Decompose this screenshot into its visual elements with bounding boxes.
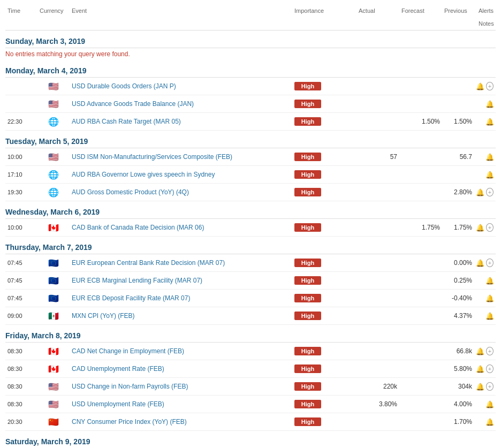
- event-alerts: 🔔+: [474, 187, 496, 198]
- add-note-button[interactable]: +: [486, 365, 494, 373]
- event-importance: High: [292, 222, 356, 233]
- event-importance: High: [292, 98, 356, 109]
- event-importance: High: [292, 310, 356, 321]
- event-alerts: 🔔: [474, 117, 496, 126]
- event-name[interactable]: MXN CPI (YoY) (FEB): [70, 311, 292, 321]
- column-headers: Time Currency Event Importance Actual Fo…: [5, 4, 496, 31]
- bell-icon[interactable]: 🔔: [486, 312, 494, 320]
- event-row: 08:30🇨🇦CAD Unemployment Rate (FEB)High5.…: [5, 360, 496, 378]
- event-name[interactable]: EUR European Central Bank Rate Decision …: [70, 258, 292, 268]
- event-row: 🇺🇸USD Durable Goods Orders (JAN P)High🔔+: [5, 78, 496, 95]
- event-flag: 🇺🇸: [37, 150, 70, 164]
- event-previous: [442, 85, 474, 87]
- event-time: 19:30: [5, 188, 37, 196]
- bell-icon[interactable]: 🔔: [486, 400, 494, 408]
- col-previous: Previous: [442, 6, 474, 28]
- event-actual: [356, 350, 399, 352]
- event-name[interactable]: CAD Net Change in Employment (FEB): [70, 346, 292, 356]
- event-name[interactable]: USD Advance Goods Trade Balance (JAN): [70, 99, 292, 109]
- event-importance: High: [292, 275, 356, 286]
- event-name[interactable]: AUD RBA Cash Rate Target (MAR 05): [70, 117, 292, 126]
- event-name[interactable]: CAD Unemployment Rate (FEB): [70, 364, 292, 374]
- bell-icon[interactable]: 🔔: [486, 277, 494, 284]
- event-previous: 1.70%: [442, 417, 474, 427]
- event-name[interactable]: EUR ECB Deposit Facility Rate (MAR 07): [70, 293, 292, 303]
- add-note-button[interactable]: +: [486, 259, 494, 267]
- bell-icon[interactable]: 🔔: [486, 118, 494, 125]
- no-entries-0: No entries matching your query were foun…: [5, 48, 496, 60]
- add-note-button[interactable]: +: [486, 188, 494, 196]
- event-actual: [356, 120, 399, 123]
- event-row: 08:30🇺🇸USD Change in Non-farm Payrolls (…: [5, 378, 496, 396]
- event-importance: High: [292, 381, 356, 392]
- event-importance: High: [292, 399, 356, 409]
- col-event: Event: [70, 6, 292, 28]
- bell-icon[interactable]: 🔔: [486, 153, 494, 161]
- bell-icon[interactable]: 🔔: [476, 347, 484, 355]
- event-time: 09:00: [5, 312, 37, 320]
- event-alerts: 🔔+: [474, 81, 496, 92]
- event-flag: 🇪🇺: [37, 274, 70, 287]
- event-name[interactable]: USD Unemployment Rate (FEB): [70, 399, 292, 409]
- event-row: 22:30🌐AUD RBA Cash Rate Target (MAR 05)H…: [5, 113, 496, 131]
- bell-icon[interactable]: 🔔: [476, 224, 484, 231]
- add-note-button[interactable]: +: [486, 82, 494, 90]
- event-name[interactable]: EUR ECB Marginal Lending Facility (MAR 0…: [70, 276, 292, 285]
- event-actual: [356, 173, 399, 176]
- event-row: 07:45🇪🇺EUR ECB Deposit Facility Rate (MA…: [5, 290, 496, 307]
- event-forecast: 1.50%: [399, 117, 442, 126]
- event-importance: High: [292, 293, 356, 303]
- day-header-3: Wednesday, March 6, 2019: [5, 204, 496, 219]
- day-header-0: Sunday, March 3, 2019: [5, 34, 496, 48]
- bell-icon[interactable]: 🔔: [476, 383, 484, 390]
- event-previous: -0.40%: [442, 293, 474, 303]
- event-flag: 🇨🇳: [37, 415, 70, 429]
- event-name[interactable]: USD ISM Non-Manufacturing/Services Compo…: [70, 152, 292, 162]
- bell-icon[interactable]: 🔔: [486, 294, 494, 302]
- bell-icon[interactable]: 🔔: [486, 171, 494, 178]
- bell-icon[interactable]: 🔔: [486, 100, 494, 108]
- event-alerts: 🔔: [474, 311, 496, 321]
- event-actual: [356, 191, 399, 193]
- event-time: [5, 85, 37, 87]
- event-time: 10:00: [5, 153, 37, 161]
- bell-icon[interactable]: 🔔: [476, 188, 484, 196]
- day-section-5: Friday, March 8, 201908:30🇨🇦CAD Net Chan…: [5, 328, 496, 431]
- event-name[interactable]: AUD Gross Domestic Product (YoY) (4Q): [70, 187, 292, 197]
- event-flag: 🇺🇸: [37, 97, 70, 111]
- col-currency: Currency: [37, 6, 70, 28]
- event-row: 17:10🌐AUD RBA Governor Lowe gives speech…: [5, 166, 496, 184]
- event-flag: 🇪🇺: [37, 256, 70, 270]
- event-row: 10:00🇺🇸USD ISM Non-Manufacturing/Service…: [5, 148, 496, 166]
- day-header-6: Saturday, March 9, 2019: [5, 434, 496, 448]
- col-actual: Actual: [356, 6, 399, 28]
- event-flag: 🇨🇦: [37, 344, 70, 358]
- event-forecast: [399, 385, 442, 388]
- add-note-button[interactable]: +: [486, 382, 494, 391]
- event-flag: 🇪🇺: [37, 291, 70, 305]
- event-forecast: 1.75%: [399, 223, 442, 232]
- add-note-button[interactable]: +: [486, 347, 494, 355]
- event-name[interactable]: CAD Bank of Canada Rate Decision (MAR 06…: [70, 223, 292, 232]
- event-name[interactable]: AUD RBA Governor Lowe gives speech in Sy…: [70, 170, 292, 179]
- bell-icon[interactable]: 🔔: [476, 259, 484, 267]
- event-previous: 0.00%: [442, 258, 474, 268]
- event-name[interactable]: CNY Consumer Price Index (YoY) (FEB): [70, 417, 292, 427]
- event-time: 17:10: [5, 170, 37, 179]
- event-actual: 220k: [356, 382, 399, 391]
- event-previous: 304k: [442, 382, 474, 391]
- event-alerts: 🔔: [474, 170, 496, 179]
- bell-icon[interactable]: 🔔: [476, 82, 484, 90]
- bell-icon[interactable]: 🔔: [476, 365, 484, 373]
- day-header-2: Tuesday, March 5, 2019: [5, 134, 496, 148]
- col-alerts-notes: Alerts Notes: [474, 6, 496, 28]
- event-previous: 2.80%: [442, 187, 474, 197]
- event-name[interactable]: USD Change in Non-farm Payrolls (FEB): [70, 382, 292, 391]
- event-previous: [442, 103, 474, 105]
- event-forecast: [399, 315, 442, 317]
- bell-icon[interactable]: 🔔: [486, 418, 494, 426]
- event-row: 10:00🇨🇦CAD Bank of Canada Rate Decision …: [5, 219, 496, 237]
- event-row: 08:30🇨🇦CAD Net Change in Employment (FEB…: [5, 343, 496, 360]
- add-note-button[interactable]: +: [486, 223, 494, 232]
- event-name[interactable]: USD Durable Goods Orders (JAN P): [70, 81, 292, 91]
